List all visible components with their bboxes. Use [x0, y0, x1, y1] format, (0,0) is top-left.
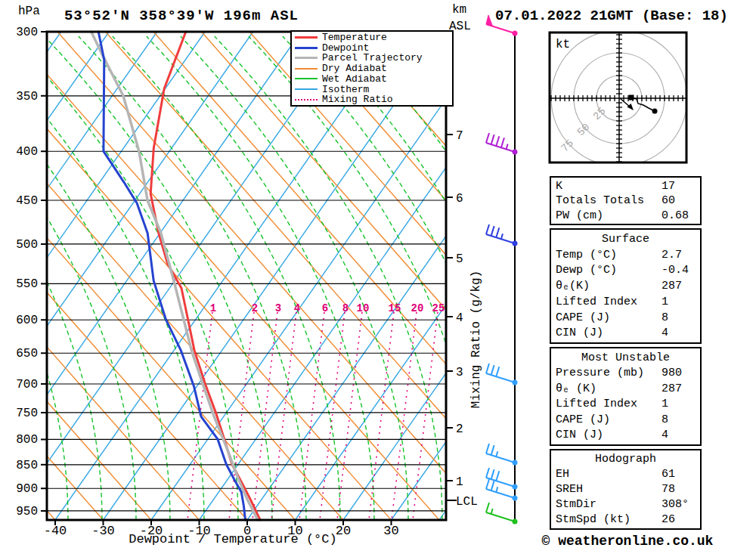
indices-row-value: 26 — [662, 513, 675, 526]
indices-row-label: StmDir — [556, 498, 596, 511]
km-tick-label: 7 — [456, 129, 463, 143]
legend-item: Parcel Trajectory — [292, 53, 452, 63]
indices-row-value: 61 — [662, 468, 675, 481]
indices-row-value: 2.7 — [662, 249, 682, 262]
indices-row-value: 287 — [662, 382, 682, 395]
indices-row-label: Pressure (mb) — [556, 367, 644, 379]
pressure-tick-label: 600 — [16, 314, 38, 327]
indices-row-label: θₑ (K) — [556, 382, 596, 395]
indices-row-label: K — [556, 180, 562, 193]
indices-table-row: CAPE (J)8 — [551, 311, 700, 324]
wind-barb-full — [496, 227, 499, 237]
mixing-ratio-label: 8 — [342, 302, 349, 314]
legend-item-label: Mixing Ratio — [322, 94, 393, 104]
wind-barb-full — [491, 365, 494, 375]
wind-barb-full — [486, 133, 489, 143]
indices-table-row: PW (cm)0.68 — [551, 209, 700, 222]
pressure-tick-label: 650 — [16, 347, 38, 361]
indices-table-row: CIN (J)4 — [551, 429, 700, 441]
hodograph-ring-label: 50 — [575, 121, 592, 138]
wind-barb — [486, 444, 518, 466]
indices-table: K17Totals Totals60PW (cm)0.68 — [550, 176, 702, 225]
km-tick-label: 2 — [456, 422, 463, 436]
wind-barb-full — [496, 136, 499, 146]
isotherm-line — [0, 32, 13, 520]
pressure-tick-label: 950 — [16, 505, 38, 518]
pressure-tick-label: 550 — [16, 277, 38, 291]
indices-table-row: EH61 — [551, 468, 700, 481]
mixing-ratio-label: 4 — [294, 302, 300, 314]
temperature-curve — [150, 32, 260, 520]
wind-barb-full — [486, 503, 489, 512]
xaxis-label: Dewpoint / Temperature (°C) — [82, 532, 384, 546]
mixing-ratio-label: 2 — [252, 302, 258, 314]
indices-table-row: Totals Totals60 — [551, 194, 700, 207]
legend-item-label: Temperature — [322, 32, 387, 42]
wind-barb-full — [491, 481, 494, 491]
wind-barb-full — [496, 471, 499, 481]
mixing-ratio-label: 20 — [411, 302, 424, 314]
hodograph: 255075kt — [550, 30, 687, 166]
indices-row-label: SREH — [556, 483, 583, 496]
indices-row-value: 4 — [662, 429, 668, 441]
indices-row-value: 8 — [662, 311, 668, 324]
indices-row-label: CAPE (J) — [556, 413, 610, 426]
indices-row-label: EH — [556, 468, 569, 481]
wind-barb-half — [501, 234, 503, 239]
indices-row-value: 287 — [662, 280, 682, 292]
legend-item-label: Dewpoint — [322, 43, 369, 53]
wind-barb-full — [496, 367, 499, 376]
indices-row-label: Dewp (°C) — [556, 264, 617, 277]
mixing-ratio-label: 6 — [322, 302, 328, 314]
indices-table: Most UnstablePressure (mb)980θₑ (K)287Li… — [550, 347, 702, 446]
legend-item-label: Parcel Trajectory — [322, 53, 423, 63]
wind-barb-full — [486, 224, 489, 234]
wind-barb-half — [491, 509, 493, 514]
wind-barb — [486, 503, 518, 525]
station-title: 53°52'N 358°39'W 196m ASL — [53, 8, 310, 24]
indices-row-label: PW (cm) — [556, 209, 603, 222]
wind-barb-full — [486, 364, 489, 373]
wind-barb — [486, 133, 518, 155]
wind-barb — [486, 224, 518, 246]
legend-item-label: Isotherm — [322, 85, 369, 94]
indices-row-label: θₑ(K) — [556, 280, 590, 292]
wind-barb-half — [507, 144, 508, 149]
pressure-tick-label: 450 — [16, 194, 38, 208]
indices-table-row: CIN (J)4 — [551, 327, 700, 339]
legend-item-label: Dry Adiabat — [322, 63, 387, 73]
indices-table-title: Hodograph — [551, 453, 700, 466]
indices-table-row: Pressure (mb)980 — [551, 367, 700, 379]
indices-table-title: Surface — [551, 233, 700, 246]
sounding-page: 1234681015202530035040045050055060065070… — [0, 0, 756, 554]
indices-table-row: Dewp (°C)-0.4 — [551, 264, 700, 277]
pressure-tick-label: 750 — [16, 407, 38, 420]
wind-barb-station-dot — [513, 484, 518, 490]
hodograph-trace-start-marker — [629, 95, 634, 101]
km-tick-label: 3 — [456, 366, 463, 379]
legend-item-label: Wet Adiabat — [322, 74, 387, 84]
wind-barb-full — [491, 135, 494, 144]
wind-barb — [486, 468, 518, 490]
pressure-unit-label: hPa — [18, 5, 40, 18]
indices-row-value: 60 — [662, 194, 675, 207]
km-tick-label: 5 — [456, 252, 463, 266]
run-date-title: 07.01.2022 21GMT (Base: 18) — [469, 8, 754, 24]
indices-table-row: Temp (°C)2.7 — [551, 249, 700, 262]
mixing-ratio-label: 10 — [357, 302, 370, 314]
km-tick-label: 4 — [456, 311, 463, 325]
legend-item: Isotherm — [292, 85, 452, 94]
pressure-tick-label: 900 — [16, 482, 38, 496]
legend-line-sample — [295, 57, 318, 59]
indices-row-label: CIN (J) — [556, 429, 603, 441]
hodograph-ring-label: 25 — [590, 105, 608, 122]
indices-table-row: SREH78 — [551, 483, 700, 496]
indices-table-title: Most Unstable — [551, 351, 700, 364]
indices-row-value: 1 — [662, 296, 668, 308]
indices-row-value: 1 — [662, 398, 668, 410]
indices-row-value: 4 — [662, 327, 668, 339]
indices-table-row: K17 — [551, 180, 700, 193]
indices-row-value: 78 — [662, 483, 675, 496]
lcl-label: LCL — [456, 495, 478, 509]
pressure-tick-label: 500 — [16, 238, 38, 252]
